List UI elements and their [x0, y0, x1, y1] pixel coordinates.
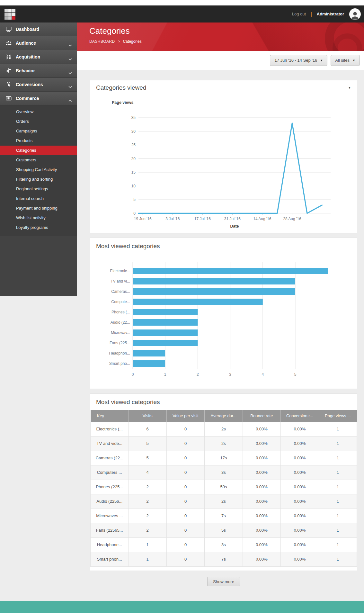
table-cell: 0.00% — [281, 523, 319, 537]
page-views-link[interactable]: 1 — [337, 455, 339, 460]
sidebar-item-behavior[interactable]: Behavior — [0, 64, 77, 78]
table-cell: 5 — [129, 451, 166, 465]
table-row: Headphone...103s0.00%0.00%1 — [91, 537, 357, 552]
conversions-icon — [5, 81, 12, 88]
bar — [133, 309, 198, 315]
bar — [133, 319, 198, 326]
username[interactable]: Administrator — [317, 12, 344, 16]
x-tick-label: 4 — [262, 372, 264, 377]
page-views-link[interactable]: 1 — [337, 557, 339, 562]
table-row: TV and vide...502s0.00%0.00%1 — [91, 436, 357, 451]
sidebar-subitem-regional-settings[interactable]: Regional settings — [0, 184, 77, 194]
app-logo[interactable] — [4, 9, 15, 20]
table-cell: 0 — [166, 480, 204, 494]
sidebar-subitem-campaigns[interactable]: Campaigns — [0, 126, 77, 136]
table-cell: 0.00% — [243, 465, 280, 480]
table-cell: 2s — [205, 422, 243, 436]
page-views-link[interactable]: 1 — [337, 441, 339, 446]
table-row: Audio (2256...202s0.00%0.00%1 — [91, 494, 357, 509]
table-cell: 0 — [166, 509, 204, 523]
table-row: Smart phon...107s0.00%0.00%1 — [91, 552, 357, 566]
page-views-link[interactable]: 1 — [337, 542, 339, 547]
sidebar-item-acquisition[interactable]: Acquisition — [0, 50, 77, 64]
audience-icon — [5, 40, 12, 47]
table-cell: 1 — [319, 451, 357, 465]
breadcrumb: DASHBOARD > Categories — [89, 39, 364, 44]
x-tick-label: 3 — [229, 372, 231, 377]
sidebar-nav: DashboardAudienceAcquisitionBehaviorConv… — [0, 23, 77, 236]
x-tick-label: 28 Aug '16 — [283, 217, 301, 221]
x-axis-title: Date — [230, 224, 239, 229]
breadcrumb-separator: > — [118, 39, 120, 44]
bar — [133, 299, 263, 305]
date-range-selector[interactable]: 17 Jun '16 - 14 Sep '16 ▼ — [270, 55, 327, 66]
table-cell: 0.00% — [281, 537, 319, 552]
table-cell: 0.00% — [243, 451, 280, 465]
top-bar-right: Log out | Administrator — [292, 8, 364, 20]
y-tick-label: 0 — [133, 211, 136, 216]
y-tick-label: 30 — [131, 129, 136, 134]
sidebar-item-audience[interactable]: Audience — [0, 36, 77, 50]
table-cell: 1 — [319, 552, 357, 566]
sidebar-subitem-overview[interactable]: Overview — [0, 107, 77, 117]
sidebar-item-label: Dashboard — [16, 27, 39, 32]
table-cell: 0 — [166, 436, 204, 451]
table-cell: 0.00% — [243, 494, 280, 509]
sidebar-subitem-payment-and-shipping[interactable]: Payment and shipping — [0, 203, 77, 213]
page-views-link[interactable]: 1 — [337, 528, 339, 533]
sidebar-subitem-orders[interactable]: Orders — [0, 117, 77, 126]
table-cell: 0 — [166, 552, 204, 566]
sidebar: DashboardAudienceAcquisitionBehaviorConv… — [0, 23, 77, 296]
x-tick-label: 1 — [164, 372, 166, 377]
table-row: Phones (225...2059s0.00%0.00%1 — [91, 480, 357, 494]
sidebar-item-dashboard[interactable]: Dashboard — [0, 23, 77, 36]
bar-category-label: Audio (22... — [111, 320, 130, 325]
sidebar-item-commerce[interactable]: Commerce — [0, 92, 77, 105]
y-axis-title: Page views — [112, 100, 133, 105]
table-row: Microwaves ...207s0.00%0.00%1 — [91, 509, 357, 523]
visits-link[interactable]: 1 — [146, 542, 149, 547]
table-cell: Computers ... — [91, 465, 129, 480]
site-filter-value: All sites — [335, 58, 350, 63]
show-more-wrap: Show more — [90, 577, 357, 586]
sidebar-subitem-wish-list-activity[interactable]: Wish list activity — [0, 213, 77, 223]
page-views-link[interactable]: 1 — [337, 499, 339, 504]
table-cell: 6 — [129, 422, 166, 436]
site-filter-selector[interactable]: All sites ▼ — [331, 55, 360, 66]
page-header: Categories DASHBOARD > Categories — [77, 23, 364, 51]
most-viewed-table-panel: Most viewed categories KeyVisitsValue pe… — [90, 393, 357, 571]
footer-bar — [0, 601, 364, 613]
sidebar-subitem-categories[interactable]: Categories — [0, 146, 77, 155]
sidebar-subitem-internal-search[interactable]: Internal search — [0, 194, 77, 203]
table-cell: TV and vide... — [91, 436, 129, 451]
table-cell: 3s — [205, 537, 243, 552]
sidebar-item-conversions[interactable]: Conversions — [0, 78, 77, 92]
sidebar-subitem-products[interactable]: Products — [0, 136, 77, 146]
sidebar-subitem-shopping-cart-activity[interactable]: Shopping Cart Activity — [0, 165, 77, 175]
table-cell: 1 — [319, 494, 357, 509]
show-more-button[interactable]: Show more — [207, 577, 240, 586]
sidebar-item-label: Commerce — [16, 96, 39, 101]
table-cell: 1 — [319, 436, 357, 451]
sidebar-subitem-loyalty-programs[interactable]: Loyalty programs — [0, 223, 77, 232]
bar — [133, 329, 198, 336]
user-avatar-icon[interactable] — [349, 8, 361, 20]
breadcrumb-dashboard-link[interactable]: DASHBOARD — [89, 39, 115, 44]
page-views-link[interactable]: 1 — [337, 427, 339, 431]
collapse-panel-icon[interactable]: ▼ — [348, 86, 351, 89]
page-views-link[interactable]: 1 — [337, 513, 339, 518]
sidebar-subitem-filtering-and-sorting[interactable]: Filtering and sorting — [0, 175, 77, 184]
page-views-link[interactable]: 1 — [337, 484, 339, 489]
table-row: Cameras (22...5017s0.00%0.00%1 — [91, 451, 357, 465]
table-cell: 0 — [166, 523, 204, 537]
sidebar-subitem-customers[interactable]: Customers — [0, 155, 77, 165]
sidebar-item-label: Acquisition — [16, 54, 40, 59]
page-views-link[interactable]: 1 — [337, 470, 339, 475]
visits-link[interactable]: 1 — [146, 557, 149, 562]
table-cell: 0.00% — [243, 537, 280, 552]
caret-down-icon: ▼ — [352, 59, 355, 62]
bar-category-label: Phones (... — [111, 310, 130, 314]
logout-link[interactable]: Log out — [292, 12, 306, 16]
table-cell: 0.00% — [281, 422, 319, 436]
column-header-average-dur: Average dur... — [205, 410, 243, 422]
